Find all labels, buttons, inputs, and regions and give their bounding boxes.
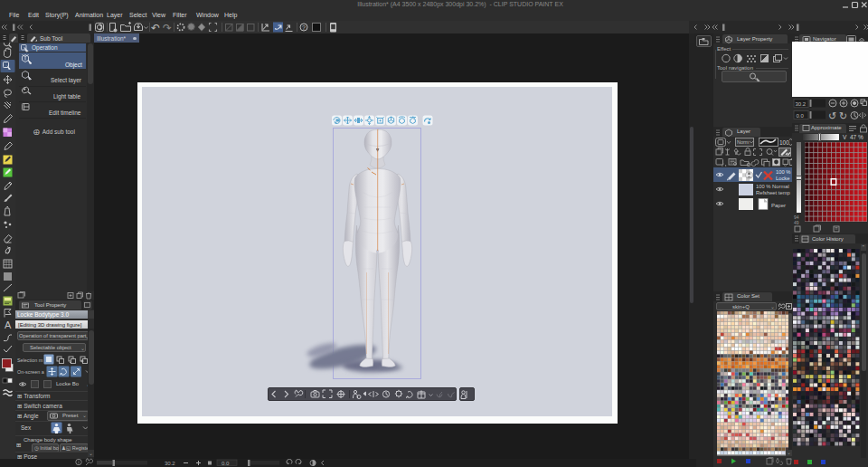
svg-text:Norm: Norm: [737, 139, 750, 145]
svg-text:↻: ↻: [839, 110, 847, 121]
svg-text:↷: ↷: [163, 22, 172, 34]
svg-text:30.2: 30.2: [165, 461, 175, 466]
svg-text:30.2: 30.2: [796, 101, 807, 107]
svg-text:0.0: 0.0: [797, 113, 805, 119]
svg-text:0.0: 0.0: [222, 461, 230, 466]
svg-text:100: 100: [779, 139, 789, 146]
svg-text:↶: ↶: [151, 22, 160, 34]
svg-text:?: ?: [302, 24, 306, 31]
svg-text:A: A: [5, 319, 12, 330]
svg-text:↺: ↺: [828, 110, 836, 121]
